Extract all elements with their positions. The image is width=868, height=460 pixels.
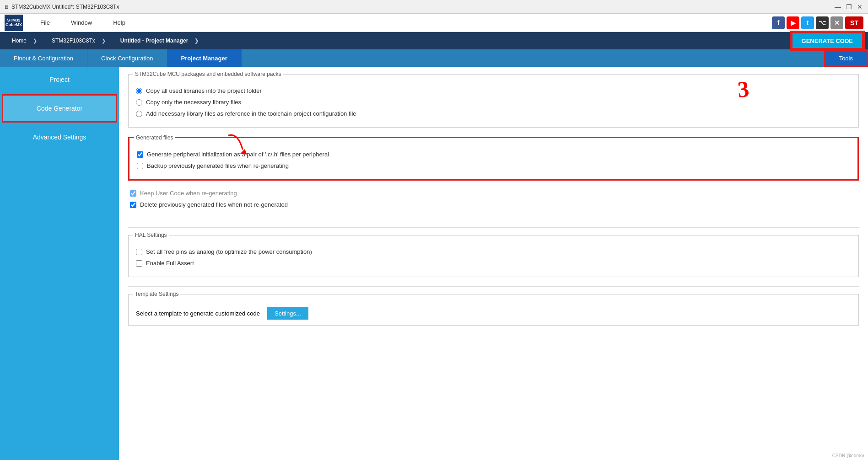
settings-button[interactable]: Settings... (267, 307, 308, 320)
title-bar-left: 🖥 STM32CubeMX Untitled*: STM32F103C8Tx (4, 4, 119, 10)
hal-settings-content: Set all free pins as analog (to optimize… (136, 245, 851, 267)
template-row: Select a template to generate customized… (136, 307, 851, 320)
radio-copy-all-label[interactable]: Copy all used libraries into the project… (146, 87, 262, 94)
checkbox-keep-user-code-label[interactable]: Keep User Code when re-generating (140, 190, 237, 197)
stm-packages-section: STM32Cube MCU packages and embedded soft… (128, 74, 859, 128)
content-area: 3 STM32Cube MCU packages and embedded so… (119, 67, 868, 460)
radio-add-reference[interactable] (136, 111, 142, 117)
checkbox-row-4: Delete previously generated files when n… (130, 201, 859, 208)
generated-files-content: Generate peripheral initialization as a … (137, 147, 850, 169)
checkbox-backup[interactable] (137, 163, 143, 169)
extra-checkboxes: Keep User Code when re-generating Delete… (128, 190, 859, 220)
hal-settings-section: HAL Settings Set all free pins as analog… (128, 235, 859, 277)
breadcrumb-project[interactable]: Untitled - Project Manager (113, 35, 206, 47)
template-text: Select a template to generate customized… (136, 310, 260, 317)
stm-packages-title: STM32Cube MCU packages and embedded soft… (133, 71, 283, 77)
checkbox-free-pins-analog[interactable] (136, 249, 142, 255)
sidebar-item-advanced-settings[interactable]: Advanced Settings (0, 124, 119, 150)
logo-box: STM32 CubeMX (5, 15, 23, 31)
tab-project-manager[interactable]: Project Manager (167, 49, 242, 67)
github-icon[interactable]: ⌥ (816, 16, 829, 29)
menu-bar: STM32 CubeMX File Window Help f ▶ t ⌥ ✕ … (0, 14, 868, 32)
social-icons: f ▶ t ⌥ ✕ ST (772, 16, 863, 29)
radio-copy-necessary[interactable] (136, 99, 142, 106)
checkbox-full-assert[interactable] (136, 260, 142, 267)
divider-1 (128, 227, 859, 228)
breadcrumb-home[interactable]: Home (5, 35, 44, 47)
checkbox-generate-peripheral[interactable] (137, 151, 143, 158)
tab-clock[interactable]: Clock Configuration (87, 49, 167, 67)
sidebar-item-code-generator[interactable]: Code Generator (2, 94, 117, 123)
menu-bar-right: f ▶ t ⌥ ✕ ST (772, 16, 863, 29)
checkbox-row-3: Keep User Code when re-generating (130, 190, 859, 197)
title-bar-text: STM32CubeMX Untitled*: STM32F103C8Tx (11, 4, 119, 10)
checkbox-delete-generated-label[interactable]: Delete previously generated files when n… (140, 201, 288, 208)
title-bar-icon: 🖥 (4, 4, 9, 10)
breadcrumb-chip[interactable]: STM32F103C8Tx (44, 35, 113, 47)
logo-area: STM32 CubeMX (5, 15, 23, 31)
generate-code-button[interactable]: GENERATE CODE (791, 32, 863, 49)
title-bar-controls[interactable]: — ❐ ✕ (833, 2, 864, 11)
sidebar-item-project[interactable]: Project (0, 67, 119, 92)
restore-button[interactable]: ❐ (844, 2, 853, 11)
menu-bar-left: STM32 CubeMX File Window Help (5, 15, 129, 31)
footer-note: CSDN @nornor (832, 453, 864, 458)
radio-copy-necessary-label[interactable]: Copy only the necessary library files (146, 99, 241, 106)
minimize-button[interactable]: — (833, 2, 842, 11)
checkbox-keep-user-code[interactable] (130, 190, 136, 197)
template-settings-title: Template Settings (133, 291, 180, 297)
generated-files-title: Generated files (134, 134, 175, 141)
extra-icon[interactable]: ✕ (830, 16, 843, 29)
checkbox-delete-generated[interactable] (130, 202, 136, 208)
menu-window[interactable]: Window (67, 17, 96, 28)
template-settings-section: Template Settings Select a template to g… (128, 294, 859, 326)
generated-files-section: Generated files Generate peripheral init… (128, 137, 859, 181)
radio-row-2: Copy only the necessary library files (136, 99, 851, 106)
tab-tools[interactable]: Tools (824, 49, 868, 67)
facebook-icon[interactable]: f (772, 16, 785, 29)
stm-packages-content: Copy all used libraries into the project… (136, 84, 851, 117)
menu-file[interactable]: File (37, 17, 54, 28)
divider-2 (128, 286, 859, 287)
checkbox-free-pins-label[interactable]: Set all free pins as analog (to optimize… (146, 248, 312, 255)
hal-settings-title: HAL Settings (133, 232, 169, 238)
checkbox-backup-label[interactable]: Backup previously generated files when r… (147, 162, 289, 169)
hal-checkbox-row-1: Set all free pins as analog (to optimize… (136, 248, 851, 255)
twitter-icon[interactable]: t (801, 16, 814, 29)
radio-add-reference-label[interactable]: Add necessary library files as reference… (146, 110, 356, 117)
main-layout: Project Code Generator Advanced Settings… (0, 67, 868, 460)
radio-row-1: Copy all used libraries into the project… (136, 87, 851, 94)
checkbox-row-2: Backup previously generated files when r… (137, 162, 850, 169)
sidebar: Project Code Generator Advanced Settings (0, 67, 119, 460)
checkbox-full-assert-label[interactable]: Enable Full Assert (146, 260, 194, 267)
tab-bar: Pinout & Configuration Clock Configurati… (0, 49, 868, 67)
close-button[interactable]: ✕ (855, 2, 864, 11)
menu-help[interactable]: Help (109, 17, 129, 28)
hal-checkbox-row-2: Enable Full Assert (136, 260, 851, 267)
checkbox-generate-peripheral-label[interactable]: Generate peripheral initialization as a … (147, 151, 329, 158)
tab-pinout[interactable]: Pinout & Configuration (0, 49, 87, 67)
checkbox-row-1: Generate peripheral initialization as a … (137, 151, 850, 158)
breadcrumb-bar: Home STM32F103C8Tx Untitled - Project Ma… (0, 32, 868, 49)
radio-copy-all[interactable] (136, 88, 142, 94)
st-logo: ST (845, 16, 863, 29)
youtube-icon[interactable]: ▶ (787, 16, 799, 29)
title-bar: 🖥 STM32CubeMX Untitled*: STM32F103C8Tx —… (0, 0, 868, 14)
radio-row-3: Add necessary library files as reference… (136, 110, 851, 117)
